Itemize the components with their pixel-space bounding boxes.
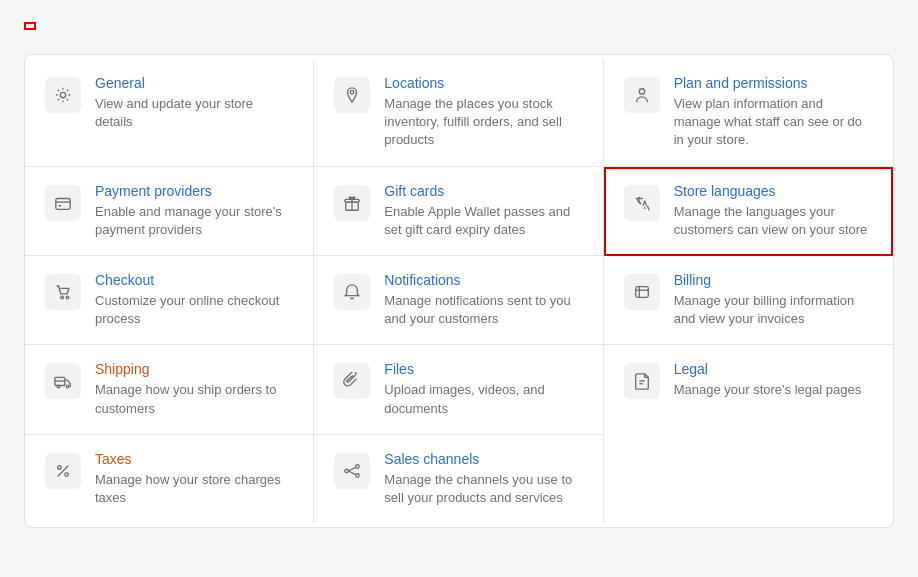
document-icon [624, 363, 660, 399]
svg-point-15 [66, 385, 69, 388]
settings-item-plan-permissions[interactable]: Plan and permissions View plan informati… [604, 59, 893, 167]
svg-point-14 [57, 385, 60, 388]
item-desc-shipping: Manage how you ship orders to customers [95, 381, 293, 417]
pin-icon [334, 77, 370, 113]
svg-point-19 [58, 465, 62, 469]
svg-point-22 [356, 464, 360, 468]
svg-line-26 [349, 471, 356, 475]
dollar-icon [624, 274, 660, 310]
item-desc-payment-providers: Enable and manage your store's payment p… [95, 203, 293, 239]
item-title-gift-cards: Gift cards [384, 183, 582, 199]
item-content-locations: Locations Manage the places you stock in… [384, 75, 582, 150]
item-desc-checkout: Customize your online checkout process [95, 292, 293, 328]
credit-card-icon [45, 185, 81, 221]
item-content-store-languages: Store languages Manage the languages you… [674, 183, 873, 239]
item-desc-sales-channels: Manage the channels you use to sell your… [384, 471, 582, 507]
cart-icon [45, 274, 81, 310]
item-desc-legal: Manage your store's legal pages [674, 381, 861, 399]
svg-line-21 [58, 465, 69, 476]
svg-point-23 [345, 469, 349, 473]
svg-rect-10 [635, 287, 648, 298]
svg-point-2 [639, 89, 644, 94]
item-content-legal: Legal Manage your store's legal pages [674, 361, 861, 399]
item-desc-store-languages: Manage the languages your customers can … [674, 203, 873, 239]
item-title-general: General [95, 75, 293, 91]
item-title-shipping: Shipping [95, 361, 293, 377]
item-title-legal: Legal [674, 361, 861, 377]
item-title-store-languages: Store languages [674, 183, 873, 199]
item-content-payment-providers: Payment providers Enable and manage your… [95, 183, 293, 239]
item-title-billing: Billing [674, 272, 873, 288]
item-title-locations: Locations [384, 75, 582, 91]
settings-item-files[interactable]: Files Upload images, videos, and documen… [314, 345, 603, 434]
item-content-billing: Billing Manage your billing information … [674, 272, 873, 328]
svg-point-9 [66, 296, 69, 299]
svg-point-20 [65, 472, 69, 476]
item-content-notifications: Notifications Manage notifications sent … [384, 272, 582, 328]
gear-icon [45, 77, 81, 113]
gift-icon [334, 185, 370, 221]
settings-item-shipping[interactable]: Shipping Manage how you ship orders to c… [25, 345, 314, 434]
item-content-sales-channels: Sales channels Manage the channels you u… [384, 451, 582, 507]
share-icon [334, 453, 370, 489]
item-title-files: Files [384, 361, 582, 377]
settings-item-checkout[interactable]: Checkout Customize your online checkout … [25, 256, 314, 345]
item-desc-general: View and update your store details [95, 95, 293, 131]
settings-item-general[interactable]: General View and update your store detai… [25, 59, 314, 167]
svg-rect-3 [56, 198, 70, 209]
item-desc-locations: Manage the places you stock inventory, f… [384, 95, 582, 150]
svg-point-0 [60, 92, 65, 97]
person-icon [624, 77, 660, 113]
item-title-taxes: Taxes [95, 451, 293, 467]
item-content-shipping: Shipping Manage how you ship orders to c… [95, 361, 293, 417]
settings-item-taxes[interactable]: Taxes Manage how your store charges taxe… [25, 435, 314, 523]
settings-card: General View and update your store detai… [24, 54, 894, 528]
svg-point-1 [351, 91, 355, 95]
item-desc-files: Upload images, videos, and documents [384, 381, 582, 417]
settings-item-store-languages[interactable]: Store languages Manage the languages you… [604, 167, 893, 256]
truck-icon [45, 363, 81, 399]
item-title-sales-channels: Sales channels [384, 451, 582, 467]
item-desc-plan-permissions: View plan information and manage what st… [674, 95, 873, 150]
item-desc-notifications: Manage notifications sent to you and you… [384, 292, 582, 328]
settings-item-billing[interactable]: Billing Manage your billing information … [604, 256, 893, 345]
item-content-gift-cards: Gift cards Enable Apple Wallet passes an… [384, 183, 582, 239]
bell-icon [334, 274, 370, 310]
item-content-taxes: Taxes Manage how your store charges taxe… [95, 451, 293, 507]
item-content-checkout: Checkout Customize your online checkout … [95, 272, 293, 328]
settings-item-legal[interactable]: Legal Manage your store's legal pages [604, 345, 893, 434]
percent-icon [45, 453, 81, 489]
item-content-files: Files Upload images, videos, and documen… [384, 361, 582, 417]
page-title [24, 22, 36, 30]
settings-item-locations[interactable]: Locations Manage the places you stock in… [314, 59, 603, 167]
settings-item-payment-providers[interactable]: Payment providers Enable and manage your… [25, 167, 314, 256]
item-title-notifications: Notifications [384, 272, 582, 288]
item-title-plan-permissions: Plan and permissions [674, 75, 873, 91]
svg-point-8 [61, 296, 64, 299]
item-desc-gift-cards: Enable Apple Wallet passes and set gift … [384, 203, 582, 239]
svg-line-25 [349, 467, 356, 471]
settings-grid: General View and update your store detai… [25, 59, 893, 523]
item-content-general: General View and update your store detai… [95, 75, 293, 131]
item-title-checkout: Checkout [95, 272, 293, 288]
settings-item-gift-cards[interactable]: Gift cards Enable Apple Wallet passes an… [314, 167, 603, 256]
svg-point-24 [356, 473, 360, 477]
translate-icon [624, 185, 660, 221]
item-desc-billing: Manage your billing information and view… [674, 292, 873, 328]
paperclip-icon [334, 363, 370, 399]
settings-item-sales-channels[interactable]: Sales channels Manage the channels you u… [314, 435, 603, 523]
item-desc-taxes: Manage how your store charges taxes [95, 471, 293, 507]
item-title-payment-providers: Payment providers [95, 183, 293, 199]
settings-item-notifications[interactable]: Notifications Manage notifications sent … [314, 256, 603, 345]
item-content-plan-permissions: Plan and permissions View plan informati… [674, 75, 873, 150]
